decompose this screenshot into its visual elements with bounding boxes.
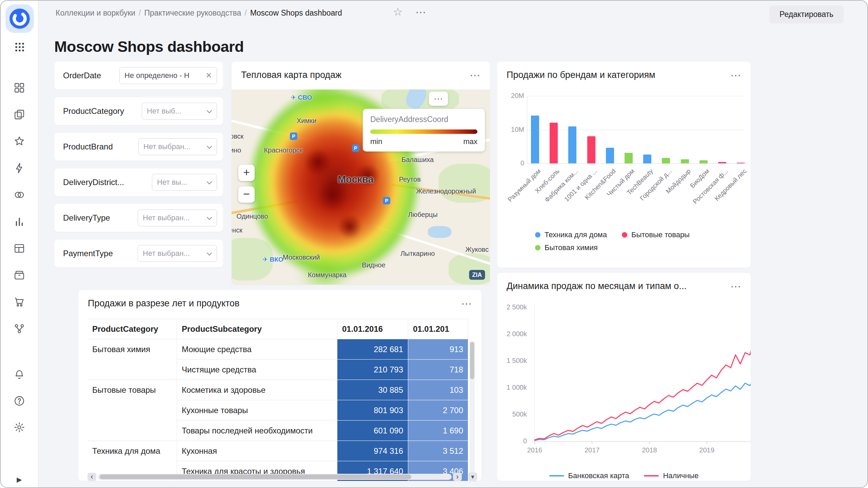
legend-item[interactable]: Бытовая химия bbox=[535, 243, 598, 252]
y-axis-label: 0 bbox=[498, 159, 524, 167]
zoom-in-button[interactable]: + bbox=[238, 165, 255, 181]
scroll-down-icon[interactable]: ▾ bbox=[468, 472, 477, 481]
bar-12[interactable] bbox=[737, 163, 745, 163]
value-cell-2016: 974 316 bbox=[337, 441, 408, 461]
apps-grid-icon[interactable] bbox=[14, 41, 25, 53]
heatmap-gradient-bar bbox=[370, 129, 477, 134]
settings-gear-icon[interactable] bbox=[14, 422, 25, 433]
table-header-cell: ProductCategory bbox=[87, 319, 177, 339]
filter-label: ProductCategory bbox=[63, 106, 124, 116]
map-poi-marker: P bbox=[352, 144, 359, 152]
filter-control[interactable]: Нет выб... bbox=[142, 103, 217, 120]
bar-7[interactable] bbox=[643, 155, 651, 163]
breadcrumb-menu-icon[interactable]: ⋯ bbox=[415, 7, 426, 18]
x-axis-label: 2018 bbox=[637, 446, 661, 454]
bar-9[interactable] bbox=[681, 159, 689, 163]
map-label-city: Люберцы bbox=[408, 210, 437, 218]
map-road bbox=[232, 117, 346, 150]
x-axis-label: 2016 bbox=[523, 446, 547, 454]
bar-10[interactable] bbox=[699, 160, 708, 163]
bar-4[interactable] bbox=[587, 136, 595, 163]
clear-icon[interactable]: ✕ bbox=[206, 71, 212, 80]
legend-dot bbox=[535, 232, 540, 238]
table-row: Техника для домаКухонная974 3163 512 bbox=[87, 441, 468, 461]
charts-icon[interactable] bbox=[14, 216, 25, 227]
heatmap-menu-icon[interactable]: ⋯ bbox=[470, 70, 480, 81]
bar-3[interactable] bbox=[568, 126, 576, 163]
collections-icon[interactable] bbox=[14, 82, 25, 94]
table-card: Продажи в разрезе лет и продуктов ⋯ Prod… bbox=[78, 290, 481, 481]
gridline bbox=[527, 130, 743, 130]
legend-item[interactable]: Бытовые товары bbox=[622, 230, 690, 239]
y-axis-label: 2 000k bbox=[498, 330, 527, 338]
filter-control[interactable]: Нет выбран... bbox=[138, 138, 217, 155]
notifications-bell-icon[interactable] bbox=[14, 369, 25, 380]
favorite-star-icon[interactable]: ☆ bbox=[393, 5, 403, 18]
x-axis-label: 2017 bbox=[580, 446, 604, 454]
zoom-out-button[interactable]: − bbox=[238, 186, 255, 203]
breadcrumb-item[interactable]: Практические руководства bbox=[144, 8, 241, 17]
bar-6[interactable] bbox=[625, 153, 633, 163]
filters-panel: OrderDateНе определено - Н✕ProductCatego… bbox=[54, 62, 223, 275]
filter-control[interactable]: Нет вы... bbox=[152, 174, 217, 191]
map-label-city: Химки bbox=[297, 117, 316, 125]
help-icon[interactable] bbox=[14, 395, 25, 407]
map-label-city: Железнодорожный bbox=[416, 187, 476, 195]
scroll-left-icon[interactable]: ‹ bbox=[87, 473, 96, 481]
table-menu-icon[interactable]: ⋯ bbox=[461, 298, 472, 309]
y-axis-label: 1 500k bbox=[498, 357, 527, 365]
datasets-circles-icon[interactable] bbox=[14, 189, 25, 201]
connections-lightning-icon[interactable] bbox=[14, 162, 25, 174]
workbooks-icon[interactable] bbox=[14, 109, 25, 120]
filter-control[interactable]: Нет выбран... bbox=[138, 209, 217, 226]
breadcrumb-item[interactable]: Коллекции и воркбуки bbox=[56, 8, 135, 17]
bar-8[interactable] bbox=[662, 158, 670, 163]
map-label-city: Лыткарино bbox=[400, 249, 435, 257]
breadcrumb-separator: / bbox=[139, 8, 141, 17]
storage-box-icon[interactable] bbox=[14, 269, 25, 281]
legend-item[interactable]: Техника для дома bbox=[535, 230, 607, 239]
marketplace-cart-icon[interactable] bbox=[14, 296, 25, 308]
scroll-right-icon[interactable]: › bbox=[453, 473, 462, 481]
app-window: ▶ Коллекции и воркбуки/Практические руко… bbox=[0, 0, 868, 488]
heatmap-legend-max: max bbox=[463, 137, 477, 146]
value-cell-2017: 913 bbox=[408, 339, 468, 360]
scrollbar-track[interactable] bbox=[98, 474, 452, 480]
legend-item[interactable]: Наличные bbox=[644, 471, 698, 480]
heatmap-map[interactable]: P P P ✈ СВОХимкиКрасногорсковскиноМосква… bbox=[232, 89, 490, 285]
scrollbar-thumb[interactable] bbox=[470, 342, 474, 379]
map-options-icon[interactable]: ⋯ bbox=[429, 92, 448, 106]
value-cell-2016: 282 681 bbox=[337, 339, 408, 360]
services-flow-icon[interactable] bbox=[14, 323, 25, 334]
scrollbar-thumb[interactable] bbox=[100, 474, 411, 479]
value-cell-2016: 30 885 bbox=[337, 380, 408, 400]
line-chart-plot: 2 500k2 000k1 500k1 000k500k020162017201… bbox=[497, 273, 751, 481]
dashboards-table-icon[interactable] bbox=[14, 243, 25, 254]
filter-deliverytype: DeliveryTypeНет выбран... bbox=[54, 204, 223, 232]
table-horizontal-scrollbar[interactable]: ‹ › bbox=[87, 473, 462, 481]
legend-label: Бытовая химия bbox=[545, 243, 598, 252]
favorites-star-icon[interactable] bbox=[14, 136, 25, 147]
sales-table: ProductCategoryProductSubcategory01.01.2… bbox=[87, 319, 468, 481]
datalens-logo-icon[interactable] bbox=[9, 8, 31, 29]
edit-button[interactable]: Редактировать bbox=[769, 5, 844, 23]
sidebar-expand-icon[interactable]: ▶ bbox=[14, 475, 24, 484]
filter-control[interactable]: Не определено - Н✕ bbox=[119, 67, 217, 84]
table-row: Бытовые товарыКосметика и здоровье30 885… bbox=[87, 380, 468, 400]
bar-2[interactable] bbox=[550, 123, 558, 163]
value-cell-2016: 210 793 bbox=[337, 360, 408, 380]
map-label-city: Одинцово bbox=[237, 212, 268, 220]
chevron-down-icon bbox=[207, 143, 212, 149]
value-cell-2016: 801 903 bbox=[337, 400, 408, 421]
legend-item[interactable]: Банковская карта bbox=[549, 471, 629, 480]
bar-11[interactable] bbox=[718, 162, 726, 163]
bar-5[interactable] bbox=[606, 148, 614, 163]
bar-1[interactable] bbox=[531, 116, 539, 163]
filter-control[interactable]: Нет выбран... bbox=[138, 245, 217, 262]
subcategory-cell: Кухонная bbox=[177, 441, 337, 461]
filter-value: Нет выбран... bbox=[143, 214, 190, 222]
table-vertical-scrollbar[interactable] bbox=[470, 341, 475, 477]
heatmap-hotspot bbox=[337, 215, 362, 239]
value-cell-2017: 3 512 bbox=[408, 441, 468, 461]
y-axis-line bbox=[527, 96, 527, 163]
